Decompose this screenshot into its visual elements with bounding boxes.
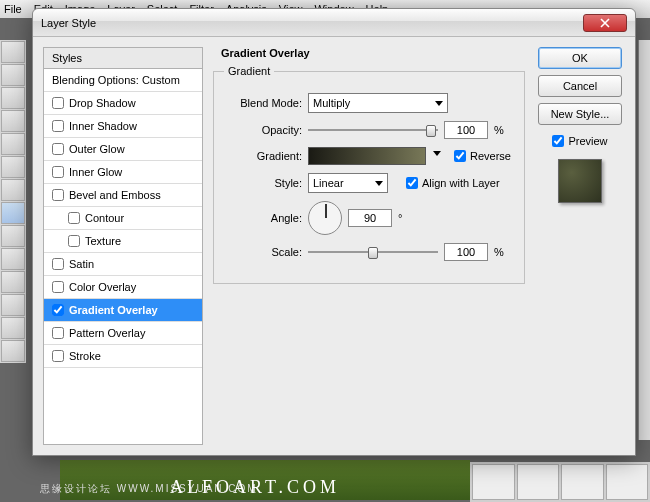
scale-slider[interactable]: [308, 243, 438, 261]
style-label: Style:: [224, 177, 302, 189]
chevron-down-icon: [375, 181, 383, 186]
effect-checkbox[interactable]: [52, 143, 64, 155]
dialog-buttons: OK Cancel New Style... Preview: [535, 47, 625, 445]
tool-brush[interactable]: [1, 202, 25, 224]
effect-row-gradient-overlay[interactable]: Gradient Overlay: [44, 299, 202, 322]
tool-blur[interactable]: [1, 317, 25, 339]
effect-label: Bevel and Emboss: [69, 189, 161, 201]
effect-checkbox[interactable]: [52, 166, 64, 178]
effect-label: Texture: [85, 235, 121, 247]
opacity-slider[interactable]: [308, 121, 438, 139]
tool-dodge[interactable]: [1, 340, 25, 362]
new-style-button[interactable]: New Style...: [538, 103, 622, 125]
close-button[interactable]: [583, 14, 627, 32]
opacity-value[interactable]: 100: [444, 121, 488, 139]
blend-mode-label: Blend Mode:: [224, 97, 302, 109]
right-dock: [638, 40, 650, 440]
effect-row-texture[interactable]: Texture: [44, 230, 202, 253]
scale-unit: %: [494, 246, 504, 258]
reverse-input[interactable]: [454, 150, 466, 162]
watermark: ALFOART.COM: [170, 477, 340, 498]
blending-options-row[interactable]: Blending Options: Custom: [44, 69, 202, 92]
effect-checkbox[interactable]: [52, 189, 64, 201]
ok-button[interactable]: OK: [538, 47, 622, 69]
layer-style-dialog: Layer Style Styles Blending Options: Cus…: [32, 8, 636, 456]
options-panel: Gradient Overlay Gradient Blend Mode: Mu…: [213, 47, 525, 445]
styles-header[interactable]: Styles: [43, 47, 203, 68]
preview-label: Preview: [568, 135, 607, 147]
effect-row-satin[interactable]: Satin: [44, 253, 202, 276]
effect-checkbox[interactable]: [52, 120, 64, 132]
menu-file[interactable]: File: [4, 3, 22, 15]
effect-checkbox[interactable]: [68, 235, 80, 247]
toolbox: [0, 40, 26, 363]
tool-history[interactable]: [1, 248, 25, 270]
style-value: Linear: [313, 177, 344, 189]
align-checkbox[interactable]: Align with Layer: [406, 177, 500, 189]
effect-checkbox[interactable]: [52, 281, 64, 293]
effect-row-pattern-overlay[interactable]: Pattern Overlay: [44, 322, 202, 345]
tool-move[interactable]: [1, 41, 25, 63]
angle-value[interactable]: 90: [348, 209, 392, 227]
effect-label: Drop Shadow: [69, 97, 136, 109]
opacity-label: Opacity:: [224, 124, 302, 136]
angle-label: Angle:: [224, 212, 302, 224]
effect-label: Gradient Overlay: [69, 304, 158, 316]
style-dropdown[interactable]: Linear: [308, 173, 388, 193]
cancel-button[interactable]: Cancel: [538, 75, 622, 97]
effect-label: Outer Glow: [69, 143, 125, 155]
effect-row-outer-glow[interactable]: Outer Glow: [44, 138, 202, 161]
tool-eyedropper[interactable]: [1, 156, 25, 178]
tool-marquee[interactable]: [1, 64, 25, 86]
blend-mode-dropdown[interactable]: Multiply: [308, 93, 448, 113]
styles-list: Styles Blending Options: Custom Drop Sha…: [43, 47, 203, 445]
align-label: Align with Layer: [422, 177, 500, 189]
reverse-label: Reverse: [470, 150, 511, 162]
tool-stamp[interactable]: [1, 225, 25, 247]
blend-mode-value: Multiply: [313, 97, 350, 109]
gradient-group: Gradient Blend Mode: Multiply Opacity: 1…: [213, 65, 525, 284]
effect-checkbox[interactable]: [52, 327, 64, 339]
tool-wand[interactable]: [1, 110, 25, 132]
tool-crop[interactable]: [1, 133, 25, 155]
scale-value[interactable]: 100: [444, 243, 488, 261]
effect-checkbox[interactable]: [52, 350, 64, 362]
gradient-legend: Gradient: [224, 65, 274, 77]
tool-heal[interactable]: [1, 179, 25, 201]
tool-lasso[interactable]: [1, 87, 25, 109]
opacity-unit: %: [494, 124, 504, 136]
preview-input[interactable]: [552, 135, 564, 147]
gradient-swatch[interactable]: [308, 147, 426, 165]
angle-dial[interactable]: [308, 201, 342, 235]
effect-row-color-overlay[interactable]: Color Overlay: [44, 276, 202, 299]
chevron-down-icon: [435, 101, 443, 106]
scale-label: Scale:: [224, 246, 302, 258]
effect-row-stroke[interactable]: Stroke: [44, 345, 202, 368]
close-icon: [600, 18, 610, 28]
reverse-checkbox[interactable]: Reverse: [454, 150, 511, 162]
bottom-panels: [470, 462, 650, 502]
effect-checkbox[interactable]: [52, 97, 64, 109]
tool-gradient[interactable]: [1, 294, 25, 316]
effect-row-contour[interactable]: Contour: [44, 207, 202, 230]
effect-checkbox[interactable]: [52, 258, 64, 270]
angle-unit: °: [398, 212, 402, 224]
effect-label: Pattern Overlay: [69, 327, 145, 339]
effect-label: Inner Glow: [69, 166, 122, 178]
preview-checkbox[interactable]: Preview: [552, 135, 607, 147]
effect-row-inner-glow[interactable]: Inner Glow: [44, 161, 202, 184]
effect-row-inner-shadow[interactable]: Inner Shadow: [44, 115, 202, 138]
preview-swatch: [558, 159, 602, 203]
effect-checkbox[interactable]: [52, 304, 64, 316]
effect-checkbox[interactable]: [68, 212, 80, 224]
dialog-title: Layer Style: [41, 17, 583, 29]
effect-row-drop-shadow[interactable]: Drop Shadow: [44, 92, 202, 115]
align-input[interactable]: [406, 177, 418, 189]
effect-row-bevel-and-emboss[interactable]: Bevel and Emboss: [44, 184, 202, 207]
section-title: Gradient Overlay: [221, 47, 525, 59]
effect-label: Stroke: [69, 350, 101, 362]
dialog-titlebar[interactable]: Layer Style: [33, 9, 635, 37]
tool-eraser[interactable]: [1, 271, 25, 293]
gradient-label: Gradient:: [224, 150, 302, 162]
effect-label: Inner Shadow: [69, 120, 137, 132]
